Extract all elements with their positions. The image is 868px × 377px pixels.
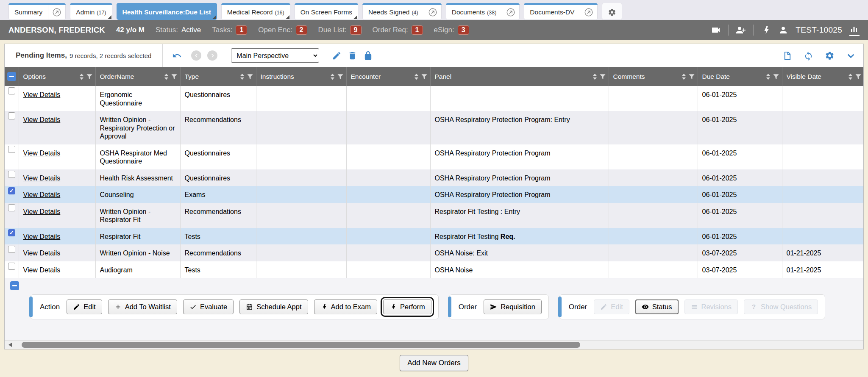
view-details-link[interactable]: View Details: [23, 208, 61, 215]
bar-chart-icon[interactable]: [849, 25, 860, 36]
row-checkbox[interactable]: [8, 263, 15, 270]
previous-record-icon[interactable]: [191, 50, 201, 61]
column-header-panel[interactable]: Panel: [430, 67, 609, 86]
tab-popout-button[interactable]: [502, 3, 519, 19]
collapse-selection-toggle[interactable]: [10, 281, 19, 290]
add-to-waitlist-button[interactable]: Add To Waitlist: [108, 299, 177, 314]
new-document-icon[interactable]: [782, 51, 792, 61]
schedule-appt-button[interactable]: Schedule Appt: [239, 299, 308, 314]
row-checkbox[interactable]: [8, 112, 15, 119]
row-checkbox[interactable]: [8, 171, 15, 178]
sort-icon[interactable]: [765, 72, 771, 81]
collapse-chevron-down-icon[interactable]: [846, 51, 856, 61]
counter-badge[interactable]: 3: [458, 25, 469, 35]
sort-icon[interactable]: [164, 72, 169, 81]
view-details-link[interactable]: View Details: [23, 116, 61, 123]
filter-icon[interactable]: [337, 73, 344, 80]
add-to-exam-button[interactable]: Add to Exam: [314, 299, 377, 314]
lightning-icon[interactable]: [761, 25, 771, 35]
tab-documents[interactable]: Documents (38): [446, 3, 520, 20]
type-cell: Exams: [180, 186, 256, 203]
counter-badge[interactable]: 1: [236, 25, 247, 35]
column-header-type[interactable]: Type: [180, 67, 256, 86]
tab-needs-signed[interactable]: Needs Signed (4): [362, 3, 442, 20]
column-header-options[interactable]: Options: [19, 67, 95, 86]
tab-popout-button[interactable]: [424, 3, 441, 19]
view-details-link[interactable]: View Details: [23, 91, 61, 98]
edit-button[interactable]: Edit: [594, 299, 629, 314]
revisions-button[interactable]: Revisions: [684, 299, 738, 314]
scroll-left-arrow[interactable]: [8, 343, 12, 347]
settings-gear-icon[interactable]: [825, 51, 835, 61]
column-header-encounter[interactable]: Encounter: [346, 67, 430, 86]
column-header-instructions[interactable]: Instructions: [256, 67, 346, 86]
tab-medical-record[interactable]: Medical Record (16): [221, 3, 290, 20]
tab-settings-button[interactable]: [602, 3, 622, 20]
view-details-link[interactable]: View Details: [23, 150, 61, 157]
tab-summary[interactable]: Summary: [8, 3, 66, 20]
filter-icon[interactable]: [855, 73, 862, 80]
button-label: Edit: [83, 303, 95, 311]
sort-icon[interactable]: [79, 72, 84, 81]
column-header-ordername[interactable]: OrderName: [95, 67, 180, 86]
delete-trash-icon[interactable]: [348, 51, 357, 61]
filter-icon[interactable]: [688, 73, 695, 80]
requisition-button[interactable]: Requisition: [484, 299, 542, 314]
row-checkbox[interactable]: ✓: [8, 187, 15, 194]
sort-icon[interactable]: [414, 72, 419, 81]
perform-button[interactable]: Perform: [383, 299, 431, 314]
row-checkbox[interactable]: ✓: [8, 229, 15, 236]
evaluate-button[interactable]: Evaluate: [183, 299, 234, 314]
filter-icon[interactable]: [599, 73, 606, 80]
row-checkbox[interactable]: [8, 246, 15, 253]
view-details-link[interactable]: View Details: [23, 191, 61, 198]
filter-icon[interactable]: [86, 73, 93, 80]
tab-health-surveillance-due-list[interactable]: Health Surveillance:Due List: [117, 3, 217, 20]
encounter-cell: [346, 111, 430, 144]
status-button[interactable]: Status: [635, 299, 679, 314]
view-details-link[interactable]: View Details: [23, 266, 61, 274]
view-details-link[interactable]: View Details: [23, 233, 61, 240]
select-all-toggle[interactable]: [7, 72, 16, 81]
column-header-comments[interactable]: Comments: [609, 67, 698, 86]
video-camera-icon[interactable]: [711, 25, 721, 35]
sort-icon[interactable]: [681, 72, 687, 81]
scrollbar-thumb[interactable]: [22, 342, 580, 348]
perspective-select[interactable]: Main Perspective: [231, 48, 319, 63]
filter-icon[interactable]: [421, 73, 428, 80]
filter-icon[interactable]: [171, 73, 178, 80]
sort-icon[interactable]: [848, 72, 853, 81]
row-checkbox[interactable]: [8, 146, 15, 153]
tab-popout-button[interactable]: [48, 3, 65, 19]
edit-button[interactable]: Edit: [67, 299, 102, 314]
tab-admin[interactable]: Admin (17): [70, 3, 112, 20]
next-record-icon[interactable]: [207, 50, 217, 61]
horizontal-scrollbar[interactable]: [5, 340, 863, 349]
counter-badge[interactable]: 9: [350, 25, 362, 35]
tab-documents-dv[interactable]: Documents-DV: [524, 3, 598, 20]
lock-icon[interactable]: [363, 51, 373, 61]
panel-cell: OSHA Respiratory Protection Program: [430, 144, 609, 169]
sort-icon[interactable]: [330, 72, 335, 81]
edit-perspective-pencil-icon[interactable]: [332, 51, 342, 61]
filter-icon[interactable]: [247, 73, 253, 80]
column-header-due-date[interactable]: Due Date: [698, 67, 782, 86]
add-new-orders-button[interactable]: Add New Orders: [400, 355, 468, 371]
view-details-link[interactable]: View Details: [23, 175, 61, 182]
add-person-icon[interactable]: [736, 25, 746, 35]
filter-icon[interactable]: [773, 73, 779, 80]
show-questions-button[interactable]: ?Show Questions: [744, 299, 818, 314]
counter-badge[interactable]: 1: [412, 25, 423, 35]
counter-badge[interactable]: 2: [296, 25, 307, 35]
column-header-visible-date[interactable]: Visible Date: [782, 67, 864, 86]
undo-icon[interactable]: [172, 51, 182, 61]
tab-on-screen-forms[interactable]: On Screen Forms: [295, 3, 358, 20]
tab-popout-button[interactable]: [580, 3, 597, 19]
row-checkbox[interactable]: [8, 204, 15, 211]
row-checkbox[interactable]: [8, 87, 15, 94]
sort-icon[interactable]: [592, 72, 598, 81]
sort-icon[interactable]: [239, 72, 245, 81]
view-details-link[interactable]: View Details: [23, 249, 61, 257]
refresh-icon[interactable]: [804, 51, 813, 61]
eye-icon: [642, 303, 649, 310]
